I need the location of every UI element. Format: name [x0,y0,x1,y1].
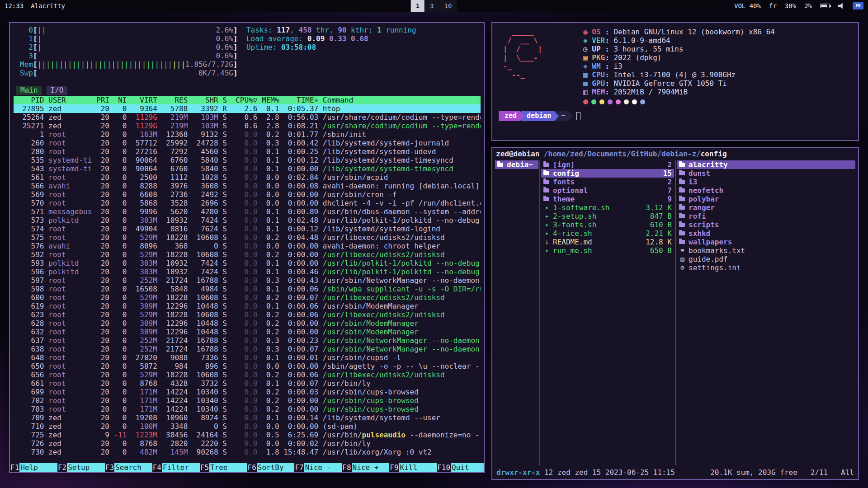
file-item-ign[interactable]: [ign]2 [541,160,674,169]
process-row[interactable]: 619root200309M1229610448S0.00.10:00.06/u… [14,302,481,310]
file-item-readme-md[interactable]: ↓README.md12.8 K [541,238,674,246]
process-row[interactable]: 569root200660827362492S0.00.00:00.00/usr… [14,190,481,199]
process-row[interactable]: 628root200309M1229610448S0.00.20:00.00/u… [14,319,481,328]
preview-item-i3[interactable]: i3 [677,178,855,186]
process-row[interactable]: 571messagebus200999656204280S0.00.10:00.… [14,207,481,216]
process-row[interactable]: 650root2005872984896S0.00.00:00.00/sbin/… [14,362,481,371]
process-row[interactable]: 730zed200482M145M90268S0.01.815:48.47/us… [14,448,481,456]
process-row[interactable]: 593polkitd200303M109327424S0.00.10:00.00… [14,259,481,267]
fkey-f10[interactable]: F10Quit [437,463,484,472]
process-row[interactable]: 260root200577122599224728S0.00.30:00.42/… [14,139,481,147]
preview-item-guide-pdf[interactable]: ▤guide.pdf [677,255,855,263]
process-row[interactable]: 25271zed2001129G219M103MS0.62.80:08.21/u… [14,122,481,130]
file-item-theme[interactable]: theme9 [541,195,674,203]
column-header-virt[interactable]: VIRT [127,96,157,104]
preview-item-settings-ini[interactable]: ⚙settings.ini [677,263,855,272]
process-row[interactable]: 710zed200100M33480S0.00.00:00.00(sd-pam) [14,422,481,431]
process-row[interactable]: 280root2002721672924560S0.00.10:00.25/li… [14,147,481,156]
process-row[interactable]: 699root200171M1422410340S0.00.20:00.03/u… [14,388,481,396]
fkey-f2[interactable]: F2Setup [57,463,105,472]
process-row[interactable]: 623root200529M1822810608S0.00.20:00.06/u… [14,310,481,319]
preview-item-rofi[interactable]: rofi [677,212,855,221]
fkey-f9[interactable]: F9Kill [389,463,437,472]
process-row[interactable]: 573polkitd200303M109327424S0.00.10:02.48… [14,216,481,225]
color-dot [608,99,613,104]
process-row[interactable]: 709zed20019208109608924S0.00.10:00.14/li… [14,413,481,422]
htop-terminal-window[interactable]: 0[||2.6%]1[|0.6%]2[|0.6%]3[0.6%]Mem[||||… [9,22,485,473]
process-row[interactable]: 702root200171M1422410340S0.00.20:00.00/u… [14,396,481,405]
preview-item-neofetch[interactable]: neofetch [677,186,855,195]
process-row[interactable]: 726zed200876828202220S0.00.00:00.02/usr/… [14,439,481,448]
process-row[interactable]: 27895zed200936457883392R2.60.10:05.37hto… [14,104,481,113]
process-table-header: PIDUSERPRINIVIRTRESSHRSCPU%▽MEM%TIME+Com… [14,96,481,104]
process-row[interactable]: 632root200309M1229610448S0.00.20:00.00/u… [14,328,481,336]
column-header-res[interactable]: RES [157,96,188,104]
shell-prompt[interactable]: zeddebian~ [499,111,852,121]
workspace-button-10[interactable]: 10 [439,0,458,12]
process-row[interactable]: 600root200529M1822810608S0.00.20:00.07/u… [14,293,481,302]
workspace-button-1[interactable]: 1 [411,0,425,12]
process-row[interactable]: 648root2002702090887336S0.00.10:00.01/us… [14,353,481,362]
preview-item-sxhkd[interactable]: sxhkd [677,229,855,238]
process-row[interactable]: 703root200171M1422410340S0.00.20:00.00/u… [14,405,481,413]
column-header-s[interactable]: S [218,96,231,104]
keyboard-layout-badge[interactable]: FR [853,2,863,9]
preview-item-scripts[interactable]: scripts [677,221,855,229]
column-header-shr[interactable]: SHR [188,96,218,104]
file-item-3-fonts-sh[interactable]: ✦3-fonts.sh610 B [541,221,674,229]
neofetch-terminal-window[interactable]: _____ / __ \ | / | | \___- -_ --_ ◉OS : … [491,22,859,141]
process-row[interactable]: 661root200876843283732S0.00.10:00.07/usr… [14,379,481,388]
file-item-2-setup-sh[interactable]: ✦2-setup.sh847 B [541,212,674,221]
parent-dir-item[interactable]: debia~ [495,160,538,169]
process-row[interactable]: 656root200529M1822810608S0.00.20:00.06/u… [14,371,481,379]
process-row[interactable]: 637root200252M2172416788S0.00.30:00.23/u… [14,336,481,345]
process-row[interactable]: 561root200250011121028S0.00.00:02.84/usr… [14,173,481,182]
column-header-time[interactable]: TIME+ [279,96,319,104]
process-row[interactable]: 575root200529M1822810608S0.00.20:04.48/u… [14,233,481,242]
column-header-pri[interactable]: PRI [92,96,109,104]
file-item-run-me-sh[interactable]: ✦run_me.sh650 B [541,246,674,255]
process-row[interactable]: 596polkitd200303M109327424S0.00.10:00.46… [14,267,481,276]
ranger-terminal-window[interactable]: zed@debian/home/zed/Documents/GitHub/deb… [491,147,859,480]
fkey-f4[interactable]: F4Filter [152,463,200,472]
preview-item-bookmarks-txt[interactable]: ≡bookmarks.txt [677,246,855,255]
preview-item-ranger[interactable]: ranger [677,203,855,212]
column-header-user[interactable]: USER [44,96,92,104]
process-row[interactable]: 543systemd-ti2009006467605840S0.00.10:00… [14,164,481,173]
preview-item-alacritty[interactable]: alacritty [677,160,855,169]
preview-item-polybar[interactable]: polybar [677,195,855,203]
file-item-1-software-sh[interactable]: ✦1-software.sh3.12 K [541,203,674,212]
file-item-4-rice-sh[interactable]: ✦4-rice.sh2.21 K [541,229,674,238]
file-item-optional[interactable]: optional7 [541,186,674,195]
process-row[interactable]: 535systemd-ti2009006467605840S0.00.10:00… [14,156,481,164]
process-row[interactable]: 570root200586835282696S0.00.00:00.00dhcl… [14,199,481,207]
preview-item-wallpapers[interactable]: wallpapers [677,238,855,246]
process-row[interactable]: 566avahi200828839763608S0.00.00:00.08ava… [14,182,481,190]
fkey-f7[interactable]: F7Nice - [294,463,342,472]
htop-tab-i-o[interactable]: I/O [47,86,68,95]
process-row[interactable]: 25264zed2001129G219M103MS0.62.80:56.03/u… [14,113,481,122]
process-row[interactable]: 638root200252M2172416788S0.00.30:00.07/u… [14,345,481,353]
process-row[interactable]: 592root200529M1822810608S0.00.20:00.00/u… [14,250,481,259]
column-header-pid[interactable]: PID [14,96,44,104]
column-header-mem[interactable]: MEM% [257,96,279,104]
fkey-f8[interactable]: F8Nice + [342,463,389,472]
process-row[interactable]: 598root2001650858484984S0.00.10:00.06/sb… [14,285,481,293]
preview-item-dunst[interactable]: dunst [677,169,855,178]
file-item-fonts[interactable]: fonts2 [541,178,674,186]
workspace-button-3[interactable]: 3 [425,0,439,12]
process-row[interactable]: 725zed9-111223M3845624164S0.00.56:25.69/… [14,431,481,439]
column-header-command[interactable]: Command [318,96,481,104]
process-row[interactable]: 1root200163M123689132S0.00.20:01.77/sbin… [14,130,481,139]
fkey-f1[interactable]: F1Help [10,463,57,472]
fkey-f3[interactable]: F3Search [105,463,152,472]
fkey-f6[interactable]: F6SortBy [247,463,295,472]
fkey-f5[interactable]: F5Tree [200,463,247,472]
column-header-cpu[interactable]: CPU%▽ [231,96,258,104]
process-row[interactable]: 597root200252M2172416788S0.00.30:00.43/u… [14,276,481,285]
process-row[interactable]: 574root2004990488167624S0.00.10:00.12/li… [14,225,481,233]
column-header-ni[interactable]: NI [109,96,127,104]
htop-tab-main[interactable]: Main [16,86,42,95]
file-item-config[interactable]: config15 [541,169,674,178]
process-row[interactable]: 576avahi20080963680S0.00.00:00.00avahi-d… [14,242,481,250]
